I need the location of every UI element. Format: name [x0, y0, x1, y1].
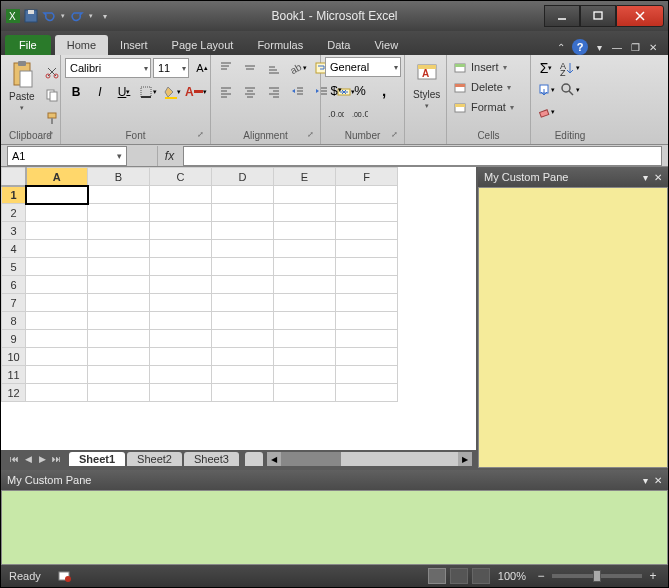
cell[interactable] [336, 348, 398, 366]
cell[interactable] [88, 312, 150, 330]
sheet-tab[interactable]: Sheet3 [184, 452, 239, 466]
cell[interactable] [88, 276, 150, 294]
cell[interactable] [26, 258, 88, 276]
cell[interactable] [88, 204, 150, 222]
cell[interactable] [274, 384, 336, 402]
cell[interactable] [274, 294, 336, 312]
alignment-launcher-icon[interactable]: ⤢ [304, 130, 316, 142]
row-header[interactable]: 11 [2, 366, 26, 384]
cell[interactable] [88, 258, 150, 276]
currency-icon[interactable]: $▾ [325, 79, 347, 101]
cell[interactable] [212, 384, 274, 402]
cell[interactable] [212, 204, 274, 222]
row-header[interactable]: 10 [2, 348, 26, 366]
grow-font-icon[interactable]: A▴ [191, 57, 213, 79]
zoom-out-button[interactable]: − [534, 569, 548, 583]
cell[interactable] [88, 366, 150, 384]
cell[interactable] [26, 330, 88, 348]
view-page-layout-button[interactable] [450, 568, 468, 584]
cell[interactable] [212, 222, 274, 240]
pane-close-icon[interactable]: ✕ [654, 475, 662, 486]
cell[interactable] [88, 330, 150, 348]
cell[interactable] [150, 276, 212, 294]
sheet-nav-next-icon[interactable]: ▶ [35, 452, 49, 466]
align-center-icon[interactable] [239, 81, 261, 103]
cell[interactable] [26, 366, 88, 384]
fill-color-icon[interactable]: ▾ [161, 81, 183, 103]
cell[interactable] [274, 204, 336, 222]
cell[interactable] [26, 222, 88, 240]
cell[interactable] [336, 222, 398, 240]
sheet-tab[interactable]: Sheet1 [69, 452, 125, 466]
cell[interactable] [88, 186, 150, 204]
view-normal-button[interactable] [428, 568, 446, 584]
tab-page-layout[interactable]: Page Layout [160, 35, 246, 55]
row-header[interactable]: 7 [2, 294, 26, 312]
format-cells-button[interactable]: Format▾ [451, 97, 516, 117]
row-header[interactable]: 6 [2, 276, 26, 294]
italic-button[interactable]: I [89, 81, 111, 103]
save-icon[interactable] [23, 8, 39, 24]
name-box[interactable]: A1 [7, 146, 127, 166]
cell[interactable] [336, 312, 398, 330]
paste-button[interactable]: Paste ▾ [5, 57, 39, 116]
font-color-icon[interactable]: A▾ [185, 81, 207, 103]
align-right-icon[interactable] [263, 81, 285, 103]
cell[interactable] [212, 330, 274, 348]
cell[interactable] [336, 186, 398, 204]
cell[interactable] [26, 240, 88, 258]
cell[interactable] [336, 366, 398, 384]
col-header[interactable]: B [88, 168, 150, 186]
clear-icon[interactable]: ▾ [535, 101, 557, 123]
cell[interactable] [88, 384, 150, 402]
sheet-nav-last-icon[interactable]: ⏭ [49, 452, 63, 466]
cell[interactable] [150, 330, 212, 348]
cell[interactable] [274, 348, 336, 366]
h-scrollbar[interactable]: ◀▶ [267, 452, 472, 466]
pane-body[interactable] [478, 187, 668, 468]
new-sheet-button[interactable] [245, 452, 263, 466]
cell[interactable] [150, 222, 212, 240]
cell[interactable] [212, 186, 274, 204]
row-header[interactable]: 8 [2, 312, 26, 330]
mdi-minimize[interactable]: — [610, 40, 624, 54]
row-header[interactable]: 12 [2, 384, 26, 402]
help-drop[interactable]: ▾ [592, 40, 606, 54]
comma-icon[interactable]: , [373, 79, 395, 101]
zoom-percent[interactable]: 100% [498, 570, 526, 582]
cell[interactable] [274, 330, 336, 348]
mdi-restore[interactable]: ❐ [628, 40, 642, 54]
clipboard-launcher-icon[interactable]: ⤢ [44, 130, 56, 142]
cell[interactable] [274, 222, 336, 240]
tab-data[interactable]: Data [315, 35, 362, 55]
formula-input[interactable] [183, 146, 662, 166]
cell[interactable] [150, 240, 212, 258]
sheet-nav-prev-icon[interactable]: ◀ [21, 452, 35, 466]
cell[interactable] [88, 222, 150, 240]
align-bottom-icon[interactable] [263, 57, 285, 79]
view-page-break-button[interactable] [472, 568, 490, 584]
cell[interactable] [26, 186, 88, 204]
sort-filter-icon[interactable]: AZ▾ [559, 57, 581, 79]
cell[interactable] [212, 276, 274, 294]
percent-icon[interactable]: % [349, 79, 371, 101]
cell[interactable] [336, 276, 398, 294]
tab-formulas[interactable]: Formulas [245, 35, 315, 55]
cell[interactable] [212, 348, 274, 366]
insert-cells-button[interactable]: Insert▾ [451, 57, 509, 77]
zoom-in-button[interactable]: + [646, 569, 660, 583]
cell[interactable] [212, 366, 274, 384]
undo-icon[interactable] [41, 8, 57, 24]
pane-dropdown-icon[interactable]: ▾ [643, 475, 648, 486]
align-middle-icon[interactable] [239, 57, 261, 79]
number-launcher-icon[interactable]: ⤢ [388, 130, 400, 142]
cell[interactable] [274, 258, 336, 276]
cell[interactable] [212, 312, 274, 330]
row-header[interactable]: 4 [2, 240, 26, 258]
cell[interactable] [274, 276, 336, 294]
maximize-button[interactable] [580, 5, 616, 27]
cell[interactable] [150, 204, 212, 222]
row-header[interactable]: 2 [2, 204, 26, 222]
cell[interactable] [150, 366, 212, 384]
cell[interactable] [150, 384, 212, 402]
